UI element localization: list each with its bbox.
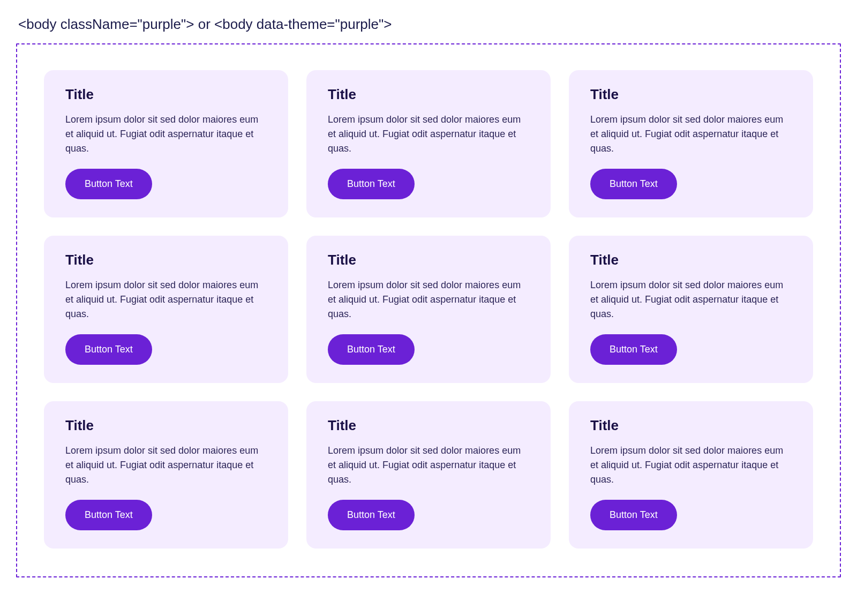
card: Title Lorem ipsum dolor sit sed dolor ma…: [306, 236, 551, 383]
card-body: Lorem ipsum dolor sit sed dolor maiores …: [65, 444, 267, 487]
card-button[interactable]: Button Text: [328, 334, 415, 365]
card-button[interactable]: Button Text: [65, 169, 152, 199]
card-grid: Title Lorem ipsum dolor sit sed dolor ma…: [44, 70, 813, 549]
card-title: Title: [328, 417, 529, 434]
card-button[interactable]: Button Text: [590, 500, 677, 530]
card: Title Lorem ipsum dolor sit sed dolor ma…: [44, 401, 288, 549]
card-body: Lorem ipsum dolor sit sed dolor maiores …: [65, 278, 267, 321]
card-body: Lorem ipsum dolor sit sed dolor maiores …: [590, 112, 792, 156]
card-title: Title: [328, 252, 529, 268]
card-button[interactable]: Button Text: [590, 334, 677, 365]
card: Title Lorem ipsum dolor sit sed dolor ma…: [306, 401, 551, 549]
card-title: Title: [590, 86, 792, 103]
card-button[interactable]: Button Text: [65, 334, 152, 365]
card: Title Lorem ipsum dolor sit sed dolor ma…: [569, 70, 813, 217]
card-button[interactable]: Button Text: [328, 500, 415, 530]
theme-container: Title Lorem ipsum dolor sit sed dolor ma…: [16, 43, 841, 577]
card-body: Lorem ipsum dolor sit sed dolor maiores …: [590, 444, 792, 487]
card-title: Title: [65, 86, 267, 103]
card-body: Lorem ipsum dolor sit sed dolor maiores …: [328, 112, 529, 156]
card-body: Lorem ipsum dolor sit sed dolor maiores …: [590, 278, 792, 321]
card-title: Title: [65, 417, 267, 434]
card-body: Lorem ipsum dolor sit sed dolor maiores …: [328, 278, 529, 321]
card: Title Lorem ipsum dolor sit sed dolor ma…: [44, 70, 288, 217]
card-button[interactable]: Button Text: [328, 169, 415, 199]
card-title: Title: [65, 252, 267, 268]
card: Title Lorem ipsum dolor sit sed dolor ma…: [569, 236, 813, 383]
card: Title Lorem ipsum dolor sit sed dolor ma…: [44, 236, 288, 383]
card: Title Lorem ipsum dolor sit sed dolor ma…: [569, 401, 813, 549]
card-title: Title: [590, 252, 792, 268]
card-title: Title: [328, 86, 529, 103]
code-snippet-label: <body className="purple"> or <body data-…: [16, 16, 841, 33]
card-button[interactable]: Button Text: [590, 169, 677, 199]
card-button[interactable]: Button Text: [65, 500, 152, 530]
card-body: Lorem ipsum dolor sit sed dolor maiores …: [65, 112, 267, 156]
card-title: Title: [590, 417, 792, 434]
card: Title Lorem ipsum dolor sit sed dolor ma…: [306, 70, 551, 217]
card-body: Lorem ipsum dolor sit sed dolor maiores …: [328, 444, 529, 487]
